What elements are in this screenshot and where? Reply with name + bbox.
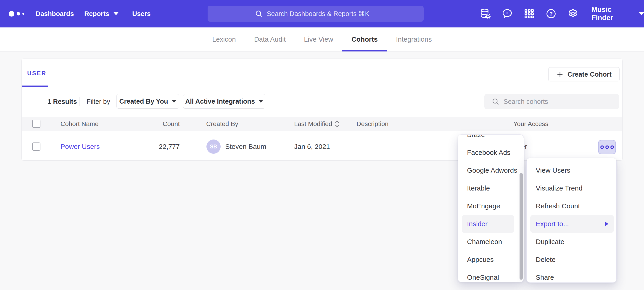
- nav-item-dashboards[interactable]: Dashboards: [36, 10, 74, 18]
- divider: [79, 97, 80, 106]
- created-by-filter-dropdown[interactable]: Created By You: [116, 94, 179, 109]
- submenu-arrow-icon: [605, 222, 608, 226]
- tab-live-view[interactable]: Live View: [295, 28, 342, 51]
- header-cohort-name: Cohort Name: [60, 120, 99, 128]
- created-by-name: Steven Baum: [225, 143, 266, 151]
- data-management-icon[interactable]: [480, 8, 491, 20]
- global-search-bar[interactable]: [208, 6, 424, 22]
- cohort-search-input[interactable]: [504, 98, 619, 105]
- data-management-tabbar: Lexicon Data Audit Live View Cohorts Int…: [0, 28, 644, 52]
- tab-integrations[interactable]: Integrations: [387, 28, 441, 51]
- menu-item-duplicate[interactable]: Duplicate: [526, 233, 616, 251]
- tab-data-audit[interactable]: Data Audit: [245, 28, 295, 51]
- submenu-item-facebook-ads[interactable]: Facebook Ads: [458, 144, 524, 162]
- cohort-count: 22,777: [131, 143, 180, 151]
- nav-item-reports[interactable]: Reports: [84, 10, 118, 18]
- sort-icon: [334, 120, 340, 127]
- tab-lexicon[interactable]: Lexicon: [203, 28, 245, 51]
- ellipsis-icon: [600, 146, 604, 149]
- top-navbar: Dashboards Reports Users: [0, 0, 644, 28]
- global-search-input[interactable]: [267, 10, 376, 18]
- chevron-down-icon: [639, 12, 644, 15]
- search-icon: [255, 10, 263, 18]
- tab-cohorts[interactable]: Cohorts: [342, 28, 387, 51]
- cohorts-panel: USER Create Cohort 1 Results Filter by C…: [22, 59, 622, 161]
- navbar-icon-group: ?: [480, 8, 579, 20]
- table-row: Power Users 22,777 SB Steven Baum Jan 6,…: [22, 131, 622, 161]
- last-modified-date: Jan 6, 2021: [294, 143, 330, 151]
- menu-item-view-users[interactable]: View Users: [526, 162, 616, 179]
- header-last-modified[interactable]: Last Modified: [294, 120, 340, 128]
- mixpanel-logo-icon[interactable]: [9, 11, 24, 17]
- project-switcher[interactable]: Music Finder: [592, 6, 644, 22]
- submenu-item-iterable[interactable]: Iterable: [458, 179, 524, 197]
- filter-by-label: Filter by: [86, 98, 110, 105]
- plus-icon: [556, 71, 564, 78]
- filter-toolbar: 1 Results Filter by Created By You All A…: [22, 94, 622, 109]
- settings-gear-icon[interactable]: [567, 8, 579, 20]
- submenu-item-onesignal[interactable]: OneSignal: [458, 268, 524, 282]
- integrations-filter-dropdown[interactable]: All Active Integrations: [183, 94, 265, 109]
- submenu-item-appcues[interactable]: Appcues: [458, 251, 524, 268]
- results-count: 1 Results: [48, 98, 77, 105]
- create-cohort-button[interactable]: Create Cohort: [548, 67, 620, 81]
- app-screen: Dashboards Reports Users: [0, 0, 644, 290]
- search-icon: [492, 98, 500, 105]
- chevron-down-icon: [258, 100, 263, 103]
- help-icon[interactable]: ?: [545, 8, 557, 20]
- row-context-menu: View Users Visualize Trend Refresh Count…: [526, 158, 616, 283]
- cohort-name-link[interactable]: Power Users: [60, 143, 100, 151]
- submenu-item-braze[interactable]: Braze: [458, 134, 524, 144]
- submenu-item-chameleon[interactable]: Chameleon: [458, 233, 524, 251]
- feedback-chat-icon[interactable]: [502, 8, 513, 20]
- active-tab-underline: [22, 86, 48, 87]
- svg-text:?: ?: [550, 11, 553, 17]
- menu-item-visualize-trend[interactable]: Visualize Trend: [526, 179, 616, 197]
- menu-item-share[interactable]: Share: [526, 268, 616, 283]
- menu-item-delete[interactable]: Delete: [526, 251, 616, 268]
- header-count: Count: [131, 120, 180, 128]
- export-destinations-submenu: Braze Facebook Ads Google Adwords Iterab…: [458, 134, 524, 282]
- avatar: SB: [206, 139, 220, 154]
- row-checkbox[interactable]: [32, 142, 40, 151]
- submenu-item-insider[interactable]: Insider: [462, 215, 514, 233]
- cohort-type-tabbar: USER Create Cohort: [22, 59, 622, 87]
- menu-item-export-to[interactable]: Export to...: [530, 215, 614, 233]
- chevron-down-icon: [172, 100, 176, 103]
- submenu-item-google-adwords[interactable]: Google Adwords: [458, 162, 524, 179]
- row-actions-button[interactable]: [598, 140, 616, 154]
- apps-grid-icon[interactable]: [524, 8, 535, 20]
- submenu-item-moengage[interactable]: MoEngage: [458, 197, 524, 215]
- project-name: Music Finder: [592, 6, 632, 22]
- cohort-search-bar[interactable]: [484, 94, 619, 109]
- header-your-access: Your Access: [513, 120, 548, 128]
- tab-user-cohorts[interactable]: USER: [27, 70, 46, 77]
- select-all-checkbox[interactable]: [32, 120, 40, 128]
- nav-item-users[interactable]: Users: [132, 10, 151, 18]
- menu-item-refresh-count[interactable]: Refresh Count: [526, 197, 616, 215]
- table-header-row: Cohort Name Count Created By Last Modifi…: [22, 117, 622, 131]
- header-description: Description: [356, 120, 388, 128]
- header-created-by: Created By: [206, 120, 238, 128]
- chevron-down-icon: [114, 12, 118, 15]
- submenu-scrollbar[interactable]: [520, 173, 523, 280]
